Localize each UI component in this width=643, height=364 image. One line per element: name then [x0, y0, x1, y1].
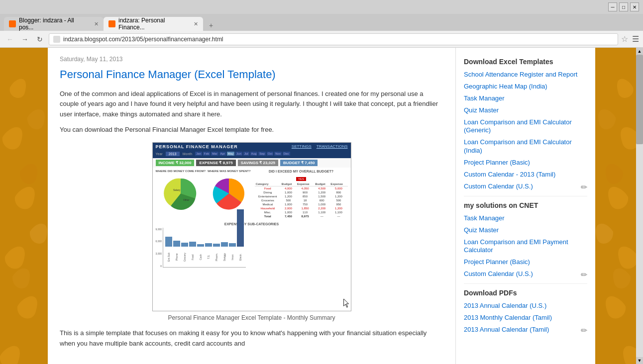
sidebar-link-quiz-master[interactable]: Quiz Master — [464, 106, 587, 115]
sidebar-link-cnet-calendar[interactable]: Custom Calendar (U.S.) — [464, 270, 587, 278]
tab-close-2[interactable]: ✕ — [194, 21, 198, 27]
sidebar-link-task-manager[interactable]: Task Manager — [464, 94, 587, 103]
budget-box: BUDGET ₹ 7,450 — [280, 160, 318, 166]
scrollbar[interactable]: ▲ ▼ — [636, 48, 643, 364]
pie-chart-2-area: WHERE WAS MONEY SPENT? — [208, 170, 251, 218]
scrollbar-thumb[interactable] — [636, 55, 643, 144]
sidebar-link-cnet-task[interactable]: Task Manager — [464, 214, 587, 223]
tab-bar: Blogger: indzara - All pos... ✕ indzara:… — [0, 14, 643, 31]
table-col-expense2: Expense — [329, 182, 347, 186]
charts-row: WHERE DID MONEY COME FROM? Salary — [153, 168, 351, 220]
post-title[interactable]: Personal Finance Manager (Excel Template… — [60, 68, 443, 82]
bar-2 — [173, 241, 180, 247]
summary-row: INCOME ₹ 32,000 EXPENSE ₹ 8,975 SAVINGS … — [153, 158, 351, 168]
close-button[interactable]: ✕ — [630, 2, 639, 11]
month-oct[interactable]: Oct — [267, 152, 273, 156]
year-select[interactable]: 2013 — [166, 152, 180, 156]
sidebar-section-title-excel: Download Excel Templates — [464, 58, 587, 66]
forward-button[interactable]: → — [19, 33, 31, 45]
dash-link-transactions[interactable]: TRANSACTIONS — [317, 144, 348, 149]
income-value: ₹ 32,000 — [176, 161, 192, 165]
dash-controls: Year 2013 Month Jan Feb Mar Apr May Jun … — [153, 151, 351, 158]
dash-link-settings[interactable]: SETTINGS — [292, 144, 312, 149]
main-wrapper: Saturday, May 11, 2013 Personal Finance … — [48, 48, 595, 364]
sidebar-link-cnet-project[interactable]: Project Planner (Basic) — [464, 258, 587, 267]
sidebar-link-pdf-annual-us[interactable]: 2013 Annual Calendar (U.S.) — [464, 302, 587, 310]
back-button[interactable]: ← — [4, 33, 16, 45]
url-bar[interactable]: indzara.blogspot.com/2013/05/personalfin… — [49, 33, 618, 45]
month-buttons: Jan Feb Mar Apr May Jun Jul Aug Sep Oct — [195, 152, 290, 156]
menu-button[interactable]: ☰ — [632, 34, 639, 44]
sidebar-link-cnet-loan[interactable]: Loan Comparison and EMI Payment Calculat… — [464, 238, 587, 255]
table-col-expense: Expense — [296, 182, 314, 186]
content-area: Saturday, May 11, 2013 Personal Finance … — [0, 48, 643, 364]
budget-value: ₹ 7,450 — [301, 161, 315, 165]
bar-4 — [189, 242, 196, 247]
bar-8 — [221, 242, 228, 247]
month-sep[interactable]: Sep — [258, 152, 266, 156]
table-col-budget2: Budget — [314, 182, 329, 186]
bar-chart-wrapper: 9,000 6,000 3,000 0 Ent.Sub — [156, 228, 348, 268]
scrollbar-down[interactable]: ▼ — [636, 357, 643, 364]
sidebar-link-calendar-tamil[interactable]: Custom Calendar - 2013 (Tamil) — [464, 171, 587, 179]
table-row: Misc.1,0001101,1001,100 — [255, 210, 348, 214]
expense-label: EXPENSE — [199, 161, 218, 165]
month-dec[interactable]: Dec — [283, 152, 290, 156]
minimize-button[interactable]: ─ — [608, 2, 617, 11]
post-paragraph-1: One of the common and ideal applications… — [60, 89, 443, 120]
month-feb[interactable]: Feb — [203, 152, 210, 156]
bar-group-6: T.S. — [205, 243, 212, 267]
right-panel: Download Excel Templates School Attendan… — [456, 48, 595, 364]
maximize-button[interactable]: □ — [619, 2, 628, 11]
tab-favicon-1 — [9, 20, 16, 27]
sidebar-section-title-pdf: Download PDFs — [464, 289, 587, 297]
pencil-icon-2: ✏ — [581, 270, 587, 279]
sidebar-link-project-planner[interactable]: Project Planner (Basic) — [464, 159, 587, 167]
pie-chart-2 — [209, 174, 249, 213]
month-aug[interactable]: Aug — [250, 152, 258, 156]
pie-chart-1-label: WHERE DID MONEY COME FROM? — [156, 170, 206, 173]
tab-personal-finance[interactable]: indzara: Personal Finance... ✕ — [104, 17, 203, 31]
bar-side-labels: 9,000 6,000 3,000 0 — [156, 228, 162, 268]
new-tab-button[interactable]: + — [205, 20, 217, 31]
sidebar-link-pdf-annual-tamil[interactable]: 2013 Annual Calendar (Tamil) — [464, 326, 587, 334]
table-row: Groceries50018600500 — [255, 198, 348, 202]
month-jul[interactable]: Jul — [243, 152, 249, 156]
month-mar[interactable]: Mar — [211, 152, 218, 156]
scrollbar-up[interactable]: ▲ — [636, 48, 643, 55]
sidebar-link-heatmap[interactable]: Geographic Heat Map (India) — [464, 83, 587, 91]
post-body-2: This is a simple template that focuses o… — [60, 328, 443, 349]
sidebar-link-calendar-us[interactable]: Custom Calendar (U.S.) — [464, 182, 587, 191]
budget-exceed-badge: YES — [296, 177, 306, 181]
reload-button[interactable]: ↻ — [34, 33, 46, 45]
expense-box: EXPENSE ₹ 8,975 — [196, 160, 235, 166]
tab-label-2: indzara: Personal Finance... — [118, 17, 189, 31]
bar-group-8: Swiggy — [221, 242, 228, 267]
sidebar-link-cnet-quiz[interactable]: Quiz Master — [464, 226, 587, 235]
budget-header: DID I EXCEED MY OVERALL BUDGET? — [255, 170, 348, 173]
sidebar-link-attendance[interactable]: School Attendance Register and Report — [464, 71, 587, 79]
month-jan[interactable]: Jan — [195, 152, 202, 156]
bookmark-button[interactable]: ☆ — [621, 34, 628, 44]
sidebar-link-loan-generic[interactable]: Loan Comparison and EMI Calculator (Gene… — [464, 118, 587, 135]
bar-3 — [181, 243, 188, 247]
post-image-wrap: PERSONAL FINANCE MANAGER SETTINGS TRANSA… — [60, 142, 443, 321]
month-may[interactable]: May — [227, 152, 234, 156]
post-paragraph-2: You can download the Personal Financial … — [60, 125, 443, 135]
bar-6 — [205, 243, 212, 247]
tab-close-1[interactable]: ✕ — [94, 21, 99, 27]
bar-group-7: Pharm. — [213, 244, 220, 267]
bar-group-10: Electr. — [237, 209, 244, 267]
url-text: indzara.blogspot.com/2013/05/personalfin… — [63, 36, 223, 43]
pie-chart-1-area: WHERE DID MONEY COME FROM? Salary — [156, 170, 206, 218]
table-row: Medical1,0007501,000950 — [255, 202, 348, 206]
month-apr[interactable]: Apr — [219, 152, 226, 156]
month-jun[interactable]: Jun — [235, 152, 242, 156]
bar-group-9: Insur. — [229, 243, 236, 267]
sidebar-link-pdf-monthly-tamil[interactable]: 2013 Monthly Calendar (Tamil) — [464, 314, 587, 322]
sidebar-link-loan-india[interactable]: Loan Comparison and EMI Calculator (Indi… — [464, 138, 587, 155]
bar-group-2: Phone — [173, 241, 180, 267]
budget-table: Category Budget Expense Budget Expense — [255, 182, 348, 218]
month-nov[interactable]: Nov — [274, 152, 282, 156]
tab-blogger-all-posts[interactable]: Blogger: indzara - All pos... ✕ — [4, 17, 104, 31]
